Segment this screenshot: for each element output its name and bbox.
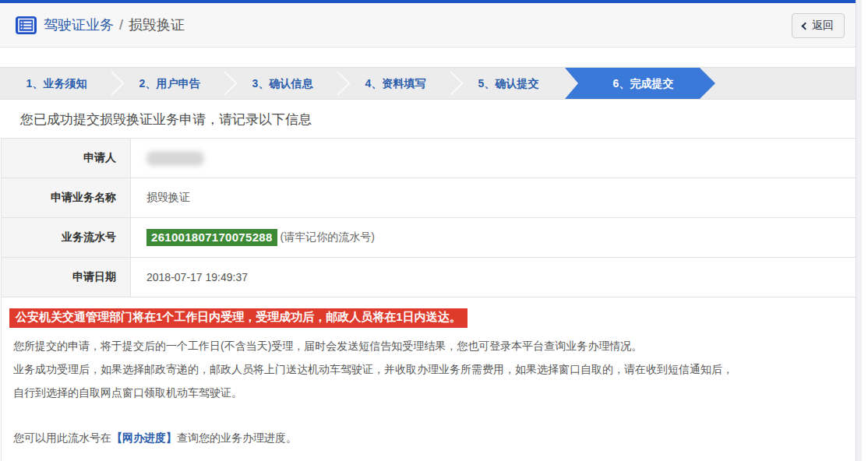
row-label: 业务流水号 [2,218,131,257]
result-panel: 申请人 申请业务名称 损毁换证 业务流水号 261001807170075288… [1,138,860,461]
notice-line-3: 自行到选择的自取网点窗口领取机动车驾驶证。 [9,381,850,404]
wizard-step-bar: 1、业务须知 2、用户申告 3、确认信息 4、资料填写 5、确认提交 6、完成提… [0,67,862,100]
back-button-label: 返回 [812,19,834,33]
notice-line-2: 业务成功受理后，如果选择邮政寄递的，邮政人员将上门送达机动车驾驶证，并收取办理业… [9,357,850,381]
application-window: 驾驶证业务 / 损毁换证 返回 1、业务须知 2、用户申告 3、确认信息 4、资… [0,0,862,461]
progress-link[interactable]: 【网办进度】 [111,431,177,444]
row-label: 申请人 [2,139,131,178]
row-value: 261001807170075288 (请牢记你的流水号) [131,218,859,257]
row-value: 2018-07-17 19:49:37 [131,258,859,297]
page: 驾驶证业务 / 损毁换证 返回 1、业务须知 2、用户申告 3、确认信息 4、资… [0,0,862,461]
breadcrumb-category[interactable]: 驾驶证业务 [44,16,114,34]
tab-step-6-active[interactable]: 6、完成提交 [565,68,715,99]
notice-line-1: 您所提交的申请，将于提交后的一个工作日(不含当天)受理，届时会发送短信告知受理结… [9,334,850,357]
row-value: 损毁换证 [131,178,859,217]
redacted-applicant-name [146,151,204,166]
breadcrumb-separator: / [119,17,123,33]
progress-hint-suffix: 查询您的业务办理进度。 [177,431,297,444]
table-row-apply-date: 申请日期 2018-07-17 19:49:37 [2,258,859,297]
progress-hint-prefix: 您可以用此流水号在 [13,431,111,444]
alert-banner: 公安机关交通管理部门将在1个工作日内受理，受理成功后，邮政人员将在1日内送达。 [9,308,468,328]
table-row-service-name: 申请业务名称 损毁换证 [2,178,859,218]
tab-step-4[interactable]: 4、资料填写 [339,68,452,99]
tab-step-5[interactable]: 5、确认提交 [452,68,565,99]
breadcrumb-current: 损毁换证 [129,16,185,34]
serial-number-note: (请牢记你的流水号) [281,230,375,245]
back-button[interactable]: 返回 [792,13,845,38]
list-icon [16,16,37,34]
table-row-serial-number: 业务流水号 261001807170075288 (请牢记你的流水号) [2,218,859,258]
row-value [131,139,859,178]
tab-step-3[interactable]: 3、确认信息 [226,68,339,99]
page-header: 驾驶证业务 / 损毁换证 返回 [0,3,862,48]
row-label: 申请业务名称 [2,178,131,217]
tab-step-2[interactable]: 2、用户申告 [113,68,226,99]
progress-hint-line: 您可以用此流水号在【网办进度】查询您的业务办理进度。 [9,426,850,449]
row-label: 申请日期 [2,258,131,297]
serial-number-badge: 261001807170075288 [146,229,277,246]
table-row-applicant: 申请人 [2,139,859,178]
tab-step-1[interactable]: 1、业务须知 [0,68,113,99]
notice-section: 公安机关交通管理部门将在1个工作日内受理，受理成功后，邮政人员将在1日内送达。 … [2,297,859,461]
back-chevron-icon [802,22,810,30]
step-bar-filler [715,68,862,99]
scrollbar[interactable] [856,0,862,461]
success-heading: 您已成功提交损毁换证业务申请，请记录以下信息 [20,111,862,128]
